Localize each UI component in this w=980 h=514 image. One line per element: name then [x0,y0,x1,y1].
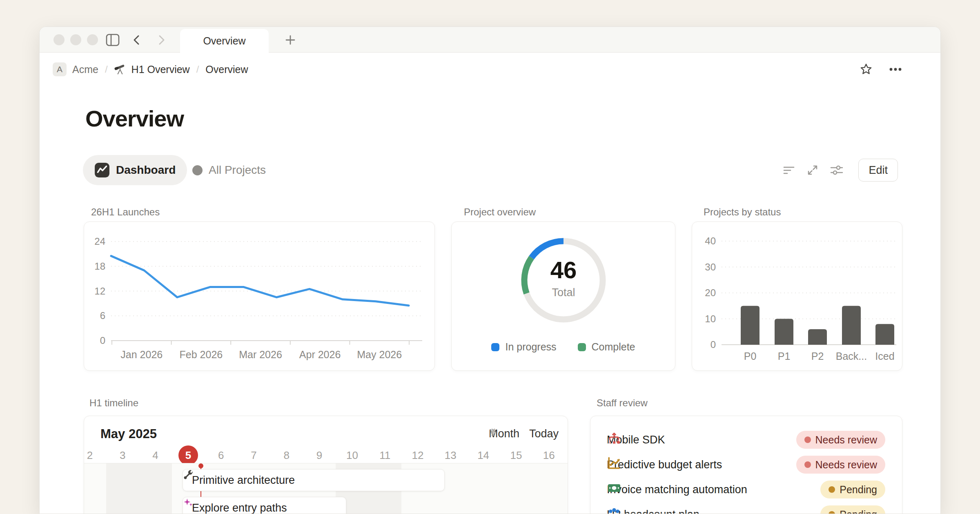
svg-text:6: 6 [100,310,105,321]
view-tab-all-projects[interactable]: All Projects [192,155,266,185]
legend-swatch-icon [491,343,499,351]
staff-review-card: Mobile SDKNeeds reviewPredictive budget … [590,416,902,514]
calendar-day[interactable]: 10 [342,445,362,465]
breadcrumb-current-page[interactable]: Overview [205,64,248,75]
calendar-day[interactable]: 7 [244,445,264,465]
svg-text:24: 24 [94,236,105,247]
sparkle-icon [183,497,194,508]
calendar-day[interactable]: 4 [146,445,165,465]
svg-text:Jan 2026: Jan 2026 [120,349,163,360]
section-label-timeline: H1 timeline [89,397,138,409]
calendar-day[interactable]: 15 [506,445,526,465]
status-label: Needs review [815,459,877,471]
sidebar-toggle-icon[interactable] [106,33,119,47]
staff-review-row[interactable]: Predictive budget alertsNeeds review [607,456,885,474]
staff-review-row[interactable]: H2 headcount planPending [607,505,885,514]
back-icon[interactable] [130,33,143,47]
tab-title: Overview [203,35,245,47]
calendar-day[interactable]: 8 [277,445,296,465]
zoom-window-button[interactable] [87,34,98,45]
calendar-day[interactable]: 9 [310,445,329,465]
weekend-band [106,463,172,514]
calendar-day[interactable]: 2 [84,445,100,465]
close-window-button[interactable] [53,34,65,45]
filter-icon[interactable] [782,164,795,177]
breadcrumb-separator: / [196,64,200,75]
section-label-launches: 26H1 Launches [91,206,160,218]
calendar-day[interactable]: 12 [408,445,428,465]
svg-text:20: 20 [705,287,716,298]
donut-total-label: Total [523,286,604,299]
svg-text:Mar 2026: Mar 2026 [239,349,282,360]
breadcrumb-parent-page[interactable]: H1 Overview [131,64,190,75]
status-badge[interactable]: Pending [820,505,885,514]
breadcrumb: A Acme / H1 Overview / Overview [53,53,248,86]
donut-center: 46 Total [523,257,604,299]
calendar-day[interactable]: 3 [113,445,132,465]
bar-Back... [842,306,861,345]
svg-text:0: 0 [710,339,716,350]
svg-text:0: 0 [100,335,105,346]
people-group-icon [607,505,621,514]
status-badge[interactable]: Needs review [796,456,885,474]
calendar-day[interactable]: 14 [474,445,493,465]
page-title: Overview [85,105,184,132]
calendar-day-today[interactable]: 5 [178,445,198,465]
status-dot-icon [804,461,811,468]
forward-icon[interactable] [155,33,168,47]
new-tab-icon[interactable] [284,33,297,47]
minimize-window-button[interactable] [70,34,81,45]
legend-swatch-icon [578,343,586,351]
status-badge[interactable]: Needs review [796,431,885,449]
window-titlebar: Overview [40,27,940,53]
view-controls: Edit [782,155,898,185]
calendar-day[interactable]: 6 [211,445,231,465]
favorite-star-icon[interactable] [860,63,873,76]
staff-item-title: Predictive budget alerts [607,459,722,471]
expand-icon[interactable] [806,164,819,177]
timeline-month-title: May 2025 [100,427,157,441]
svg-text:P0: P0 [744,350,757,362]
svg-text:30: 30 [705,261,716,273]
timeline-days-row: 2345678910111213141516 [84,445,568,463]
svg-text:Apr 2026: Apr 2026 [299,349,341,360]
edit-button[interactable]: Edit [858,159,898,182]
bar-P0 [741,306,760,345]
calendar-day[interactable]: 13 [441,445,460,465]
view-tab-dashboard[interactable]: Dashboard [83,155,187,185]
page-topbar: A Acme / H1 Overview / Overview [40,53,940,86]
status-label: Pending [840,484,877,496]
svg-text:40: 40 [705,235,716,246]
section-label-projects-by-status: Projects by status [704,206,781,218]
timeline-event[interactable]: Primitive architecture [183,469,445,491]
gray-circle-icon [192,165,203,175]
calendar-day[interactable]: 11 [375,445,395,465]
breadcrumb-workspace[interactable]: Acme [72,64,98,75]
workspace-avatar[interactable]: A [53,62,67,76]
staff-review-row[interactable]: Mobile SDKNeeds review [607,431,885,449]
browser-tab-overview[interactable]: Overview [180,29,269,53]
chart-increase-icon [607,456,621,470]
breadcrumb-separator: / [104,64,109,75]
svg-text:12: 12 [94,286,105,297]
app-window: Overview A Acme / H1 Overview / Overview [39,27,941,514]
line-chart: 06121824Jan 2026Feb 2026Mar 2026Apr 2026… [84,222,435,371]
status-badge[interactable]: Pending [820,481,885,498]
timeline-event-title: Explore entry paths [192,502,287,514]
bar-chart: 010203040P0P1P2Back...Iced [692,222,903,371]
projects-by-status-bar-card: 010203040P0P1P2Back...Iced [692,222,902,371]
donut-total-value: 46 [523,257,604,283]
more-options-icon[interactable] [888,63,903,76]
timeline-today-button[interactable]: Today [529,428,559,440]
timeline-next-icon[interactable] [489,428,498,437]
svg-text:May 2026: May 2026 [357,349,402,360]
status-label: Needs review [815,434,877,446]
settings-sliders-icon[interactable] [830,164,844,177]
calendar-day[interactable]: 16 [539,445,559,465]
staff-review-row[interactable]: Invoice matching automationPending [607,481,885,498]
timeline-event[interactable]: Explore entry paths [183,497,347,514]
svg-text:P1: P1 [778,350,791,362]
wrench-icon [183,470,194,480]
banknote-icon [607,481,621,495]
bar-Iced [875,324,894,345]
